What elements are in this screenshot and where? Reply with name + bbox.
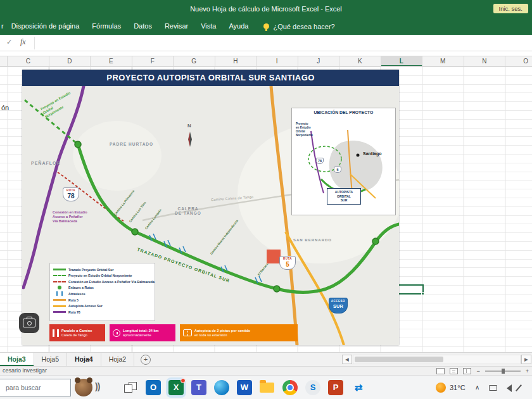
tell-me-box[interactable]: ¿Qué desea hacer? bbox=[263, 23, 334, 30]
place-san-bernardo: SAN BERNARDO bbox=[293, 238, 332, 242]
edge-icon[interactable] bbox=[214, 380, 229, 395]
inset-santiago-label: Santiago bbox=[363, 151, 382, 156]
zoom-in-button[interactable]: + bbox=[526, 368, 529, 374]
word-icon[interactable]: W bbox=[237, 380, 252, 395]
legend-red-dash-swatch bbox=[53, 281, 66, 282]
weather-sun-icon[interactable] bbox=[436, 383, 446, 393]
clipped-cell-text: ón bbox=[1, 104, 9, 111]
map-fact-banners: Paralelo a Camino Calera de Tango Longit… bbox=[49, 324, 298, 341]
inset-title: UBICACIÓN DEL PROYECTO bbox=[292, 110, 395, 115]
tray-volume-icon[interactable] bbox=[503, 384, 512, 392]
ruta-78-shield: RUTA 78 bbox=[63, 187, 79, 201]
place-padre-hurtado: PADRE HURTADO bbox=[110, 142, 153, 146]
formula-bar-divider bbox=[34, 37, 35, 49]
column-header-d[interactable]: D bbox=[49, 56, 91, 66]
column-header-c[interactable]: C bbox=[8, 56, 49, 66]
ribbon-tab-formulas[interactable]: Fórmulas bbox=[86, 18, 127, 35]
legend-item: Atraviesos bbox=[53, 291, 151, 296]
fill-handle[interactable] bbox=[421, 292, 424, 295]
map-canvas: N Proyecto en Estudio Orbital Norponient… bbox=[22, 86, 399, 345]
place-calera-de-tango: CALERA DE TANGO bbox=[169, 206, 207, 215]
insert-function-icon[interactable]: fx bbox=[20, 37, 26, 47]
column-header-k[interactable]: K bbox=[339, 56, 381, 66]
column-header-clipped[interactable] bbox=[0, 56, 8, 66]
conexion-study-note: Conexión en Estudio Acceso a Peñaflor Ví… bbox=[53, 210, 87, 224]
excel-icon[interactable]: X bbox=[168, 380, 184, 395]
column-header-j[interactable]: J bbox=[298, 56, 340, 66]
ribbon-tab-clipped[interactable]: r bbox=[0, 18, 5, 35]
sound-waves-glyph: )) bbox=[95, 381, 99, 391]
column-header-g[interactable]: G bbox=[174, 56, 215, 66]
sheet-tab-hoja2[interactable]: Hoja2 bbox=[101, 353, 134, 366]
screenshot-camera-button[interactable] bbox=[19, 313, 39, 333]
column-header-l-selected[interactable]: L bbox=[381, 56, 423, 66]
compass-north-label: N bbox=[187, 123, 191, 129]
outlook-icon[interactable]: O bbox=[146, 380, 161, 395]
legend-item: Proyecto en Estudio Orbital Norponiente bbox=[53, 273, 151, 278]
legend-ruta78-swatch bbox=[53, 311, 66, 313]
sheet-tab-hoja3[interactable]: Hoja3 bbox=[0, 353, 34, 366]
project-site-marker bbox=[267, 250, 281, 263]
window-title: Nuevo Hoja de cálculo de Microsoft Excel… bbox=[0, 0, 532, 18]
horizontal-scrollbar-thumb[interactable] bbox=[355, 357, 443, 362]
sign-in-button[interactable]: Inic. ses. bbox=[493, 4, 529, 13]
powerpoint-icon[interactable]: P bbox=[328, 380, 343, 395]
sync-arrows-icon[interactable]: ⇄ bbox=[351, 380, 366, 395]
ribbon-tab-help[interactable]: Ayuda bbox=[222, 18, 255, 35]
normal-view-icon[interactable] bbox=[436, 368, 445, 374]
zoom-out-button[interactable]: − bbox=[476, 368, 479, 374]
legend-crossing-swatch bbox=[56, 291, 63, 296]
ribbon-tab-page-layout[interactable]: Disposición de página bbox=[5, 18, 86, 35]
tray-chevron-icon[interactable]: ∧ bbox=[475, 376, 479, 399]
column-header-f[interactable]: F bbox=[132, 56, 174, 66]
column-header-o[interactable]: O bbox=[505, 56, 532, 66]
add-sheet-button[interactable]: + bbox=[141, 355, 151, 365]
skype-icon[interactable]: S bbox=[305, 380, 320, 395]
ribbon-tab-data[interactable]: Datos bbox=[127, 18, 158, 35]
legend-green-line-swatch bbox=[53, 269, 66, 270]
temperature-label[interactable]: 31°C bbox=[450, 376, 466, 399]
excel-window: { "titlebar": { "title": "Nuevo Hoja de … bbox=[0, 0, 532, 399]
page-layout-view-icon[interactable] bbox=[450, 368, 458, 374]
ruta-5-shield: RUTA 5 bbox=[279, 256, 296, 270]
inset-autopista-label: AUTOPISTA ORBITAL SUR bbox=[327, 188, 361, 205]
column-header-m[interactable]: M bbox=[422, 56, 464, 66]
enter-check-icon[interactable]: ✓ bbox=[6, 38, 12, 46]
highway-lanes-icon bbox=[183, 329, 192, 336]
ribbon-tab-view[interactable]: Vista bbox=[194, 18, 222, 35]
legend-green-dash-swatch bbox=[53, 275, 66, 276]
page-break-view-icon[interactable] bbox=[463, 368, 471, 374]
zoom-slider-thumb[interactable] bbox=[502, 369, 505, 374]
hscroll-right-arrow[interactable]: ▶ bbox=[521, 355, 531, 364]
parallel-roads-icon bbox=[53, 329, 59, 337]
status-message: cesario investigar bbox=[3, 367, 47, 374]
location-inset-map: UBICACIÓN DEL PROYECTO Proyecto en Estud… bbox=[291, 108, 396, 215]
sheet-tab-hoja4[interactable]: Hoja4 bbox=[67, 353, 101, 366]
banner-lanes: Autopista de 2 pistas por sentido en tod… bbox=[180, 324, 298, 341]
column-header-e[interactable]: E bbox=[91, 56, 132, 66]
embedded-map-image[interactable]: PROYECTO AUTOPISTA ORBITAL SUR SANTIAGO … bbox=[22, 70, 399, 345]
column-header-h[interactable]: H bbox=[215, 56, 257, 66]
taskbar-search-input[interactable] bbox=[0, 379, 71, 396]
legend-item: Ruta 78 bbox=[53, 310, 151, 315]
column-header-n[interactable]: N bbox=[464, 56, 506, 66]
tray-pen-icon[interactable] bbox=[516, 384, 522, 391]
task-view-icon[interactable] bbox=[124, 382, 138, 393]
file-explorer-icon[interactable] bbox=[260, 383, 274, 393]
status-bar: cesario investigar − + bbox=[0, 366, 532, 375]
formula-input[interactable] bbox=[35, 35, 532, 51]
tray-display-icon[interactable] bbox=[489, 385, 497, 391]
teams-icon[interactable]: T bbox=[191, 380, 206, 395]
ribbon-tab-review[interactable]: Revisar bbox=[158, 18, 194, 35]
hscroll-left-arrow[interactable]: ◀ bbox=[342, 355, 352, 364]
horizontal-scrollbar[interactable] bbox=[353, 355, 521, 364]
column-header-i[interactable]: I bbox=[256, 56, 298, 66]
notification-badge bbox=[180, 378, 186, 383]
zoom-slider[interactable] bbox=[485, 370, 521, 372]
windows-taskbar: )) O X T W S P ⇄ 31°C ∧ bbox=[0, 375, 532, 399]
chrome-icon[interactable] bbox=[282, 380, 298, 395]
banner-parallel: Paralelo a Camino Calera de Tango bbox=[49, 324, 105, 341]
legend-item: Conexión en Estudio Acceso a Peñaflor Ví… bbox=[53, 279, 151, 284]
widget-mascot-icon[interactable] bbox=[75, 379, 92, 396]
sheet-tab-hoja5[interactable]: Hoja5 bbox=[34, 353, 67, 366]
